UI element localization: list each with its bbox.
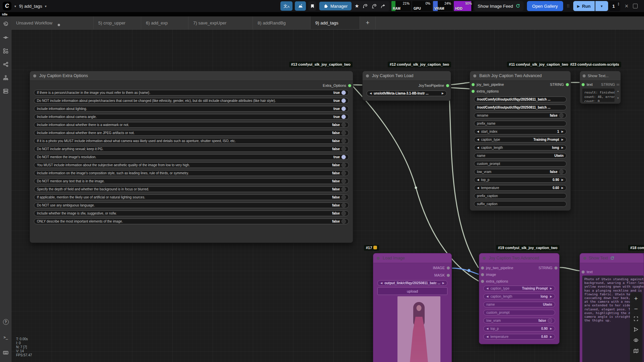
option-toggle-row[interactable]: Do NOT use any ambiguous language. false [34,202,349,208]
show-image-feed-button[interactable]: Show Image Feed [474,1,524,11]
node-load-image[interactable]: Load Image IMAGE MASK ◀ output_link/cf/l… [373,253,452,362]
node-widget[interactable]: ◀ suffix_caption ▶ [474,201,567,207]
toggle-knob[interactable] [341,187,346,191]
manager-button[interactable]: Manager [319,2,352,10]
option-toggle-row[interactable]: If there is a person/character in the im… [34,90,349,96]
run-button[interactable]: ▶ Run [573,1,595,11]
workflow-tab[interactable]: 5) crop_upper [94,16,141,29]
combo-left-arrow-icon[interactable]: ◀ [477,138,479,141]
combo-right-arrow-icon[interactable]: ▶ [561,130,564,133]
node-joy-caption-two-advanced[interactable]: Joy Caption Two Advanced joy_two_pipelin… [479,253,559,344]
node-show-text-top[interactable]: Show Text... text STRING ⠿ result: finis… [580,71,621,104]
drag-handle[interactable]: ⠿ [567,4,570,9]
toggle-knob[interactable] [341,90,346,95]
scroll-down-icon[interactable]: ▼ [617,97,619,99]
toggle-knob[interactable] [341,219,346,224]
combo-right-arrow-icon[interactable]: ▶ [550,295,552,298]
option-toggle-row[interactable]: Include information on the image's compo… [34,170,349,176]
option-toggle-row[interactable]: If applicable, mention the likely use of… [34,194,349,200]
terminal-icon[interactable]: >_ [3,334,9,340]
node-widget[interactable]: ◀ top_p 0.90 ▶ [474,177,567,183]
output-slot-dot[interactable] [566,83,569,86]
toggle-knob[interactable] [341,155,346,159]
node-widget[interactable]: ◀ name Utwin ▶ [483,302,555,307]
collapse-dot[interactable] [366,74,369,77]
new-tab-button[interactable]: + [360,16,376,29]
collapse-dot[interactable] [33,74,36,77]
combo-left-arrow-icon[interactable]: ◀ [477,130,479,133]
node-batch-joy-caption-two-advanced[interactable]: Batch Joy Caption Two Advanced joy_two_p… [470,71,571,211]
node-widget[interactable]: ◀ temperature 0.60 ▶ [474,185,567,191]
grid-handle-icon[interactable]: ⠿ [616,83,620,85]
collapse-dot[interactable] [583,257,586,260]
combo-right-arrow-icon[interactable]: ▶ [561,146,564,149]
swirl-icon-a[interactable] [362,3,368,9]
node-widget[interactable]: ◀ low_vram false ▶ [474,169,567,175]
workflow-tab[interactable]: 9) add_tags [311,16,360,29]
option-toggle-row[interactable]: Include whether the image is sfw, sugges… [34,210,349,216]
select-cursor-icon[interactable] [633,327,639,334]
toggle-knob[interactable] [341,107,346,111]
combo-right-arrow-icon[interactable]: ▶ [442,92,444,95]
node-joy-caption-two-load[interactable]: Joy Caption Two Load JoyTwoPipeline ◀ un… [362,71,451,101]
option-toggle-row[interactable]: Include information about whether there … [34,122,349,128]
combo-left-arrow-icon[interactable]: ◀ [486,335,488,338]
node-widget[interactable]: ◀ top_p 0.90 ▶ [483,326,555,331]
upload-button[interactable]: upload [377,287,447,295]
node-widget[interactable]: ◀ custom_prompt ▶ [483,310,555,315]
combo-left-arrow-icon[interactable]: ◀ [477,178,479,181]
history-icon[interactable] [3,21,9,27]
node-widget[interactable]: ◀ rename false ▶ [474,113,567,118]
toggle-knob[interactable] [341,139,346,143]
output-slot-dot[interactable] [554,266,557,269]
combo-left-arrow-icon[interactable]: ◀ [477,146,479,149]
toggle-knob[interactable] [341,115,346,119]
zoom-out-icon[interactable]: − [634,306,638,312]
node-widget[interactable]: ◀ temperature 0.60 ▶ [483,334,555,340]
input-slot-dot[interactable] [472,90,475,93]
combo-left-arrow-icon[interactable]: ◀ [380,282,382,285]
combo-left-arrow-icon[interactable]: ◀ [486,287,488,290]
combo-left-arrow-icon[interactable]: ◀ [370,92,372,95]
collapse-dot[interactable] [377,257,380,260]
node-widget[interactable]: ◀ /root/ComfyUI/output/cf/lqy/20250811_b… [474,97,567,102]
queue-icon[interactable] [3,88,9,94]
combo-right-arrow-icon[interactable]: ▶ [550,287,552,290]
input-slot-dot[interactable] [481,273,484,276]
file-combo-widget[interactable]: ◀ output_link/cf/lqy/20250811_batc ... ▶ [377,280,447,286]
node-widget[interactable]: ◀ prefix_name ▶ [474,121,567,126]
close-icon[interactable]: × [625,3,629,10]
workflow-tab[interactable]: Unsaved Workflow [11,16,94,29]
image-feed-toggle-button[interactable] [295,1,306,11]
node-widget[interactable]: ◀ custom_prompt ▶ [474,161,567,167]
logo-menu-chevron-icon[interactable]: ▾ [14,4,16,8]
input-slot-dot[interactable] [582,270,585,274]
input-slot-dot[interactable] [582,83,585,86]
toggle-knob[interactable] [341,123,346,127]
run-options-chevron[interactable]: ▾ [595,1,608,11]
input-slot-dot[interactable] [481,280,484,283]
option-toggle-row[interactable]: If it is a photo you MUST include inform… [34,138,349,144]
input-slot-dot[interactable] [481,266,484,269]
node-widget[interactable]: ◀ prefix_caption ▶ [474,193,567,199]
workflow-tab[interactable]: 7) save_expUper [189,16,253,29]
option-toggle-row[interactable]: Do NOT include information about people/… [34,98,349,104]
scroll-up-icon[interactable]: ▲ [617,90,619,92]
model-library-icon[interactable] [3,61,9,67]
model-combo-widget[interactable]: ◀ unsloth/Meta-Llama-3.1-8B-Instr ... ▶ [367,90,447,96]
toggle-knob[interactable] [341,163,346,167]
option-toggle-row[interactable]: ONLY describe the most important element… [34,219,349,224]
stop-icon[interactable] [633,4,638,8]
node-widget[interactable]: ◀ name Utwin ▶ [474,153,567,159]
node-widget[interactable]: ◀ caption_type Training Prompt ▶ [483,286,555,291]
keyboard-icon[interactable] [3,350,9,356]
toggle-knob[interactable] [341,131,346,135]
translate-button[interactable]: 文 A [280,1,292,11]
workflow-tab[interactable]: 6) add_exp [141,16,189,29]
option-toggle-row[interactable]: Specify the depth of field and whether t… [34,186,349,192]
combo-right-arrow-icon[interactable]: ▶ [550,335,552,338]
workflow-tab[interactable]: 8) addRandBg [253,16,311,29]
node-widget[interactable]: ◀ caption_length long ▶ [483,294,555,299]
batch-count-stepper[interactable]: 1 ▴ ▾ [609,1,620,11]
option-toggle-row[interactable]: Do NOT include anything sexual; keep it … [34,146,349,152]
